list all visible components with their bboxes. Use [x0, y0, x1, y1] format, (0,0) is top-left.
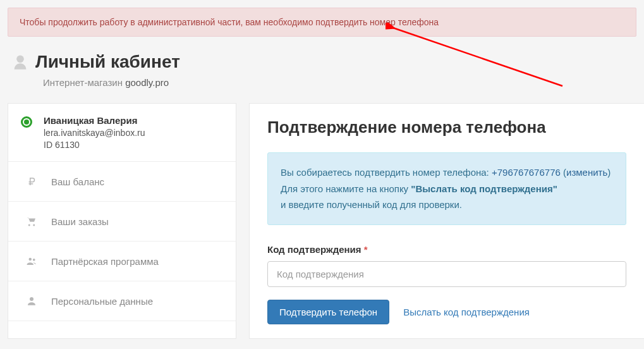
user-id: ID 61130	[44, 140, 145, 150]
users-icon	[26, 255, 37, 267]
sidebar-item-affiliate[interactable]: Партнёрская программа	[8, 242, 236, 281]
sidebar-item-label: Ваши заказы	[51, 216, 109, 227]
svg-point-0	[16, 56, 24, 63]
alert-text: Чтобы продолжить работу в административн…	[20, 17, 439, 27]
cart-icon	[26, 216, 37, 227]
store-domain: goodly.pro	[125, 77, 169, 88]
ruble-icon	[26, 176, 37, 187]
user-name: Иваницкая Валерия	[44, 115, 145, 126]
user-email: lera.ivanitskaya@inbox.ru	[44, 128, 145, 138]
svg-point-2	[33, 259, 35, 261]
info-box: Вы собираетесь подтвердить номер телефон…	[267, 152, 626, 225]
sidebar-item-label: Партнёрская программа	[51, 256, 159, 267]
required-mark: *	[364, 244, 368, 255]
resend-code-link[interactable]: Выслать код подтверждения	[403, 307, 530, 317]
sidebar-item-orders[interactable]: Ваши заказы	[8, 202, 236, 242]
code-label: Код подтверждения *	[267, 244, 626, 255]
info-bold-instruction: "Выслать код подтверждения"	[411, 183, 557, 194]
user-icon	[26, 295, 37, 307]
main-title: Подтверждение номера телефона	[267, 118, 626, 137]
avatar-placeholder-icon	[11, 53, 29, 71]
online-status-icon	[21, 116, 32, 128]
sidebar-item-balance[interactable]: Ваш баланс	[8, 162, 236, 202]
sidebar: Иваницкая Валерия lera.ivanitskaya@inbox…	[8, 103, 236, 339]
svg-point-1	[29, 258, 32, 261]
confirmation-code-input[interactable]	[267, 261, 626, 287]
change-phone-link[interactable]: изменить	[566, 167, 607, 178]
sidebar-item-personal[interactable]: Персональные данные	[8, 281, 236, 321]
phone-number: +796767676776	[492, 167, 561, 178]
alert-banner: Чтобы продолжить работу в административн…	[8, 8, 636, 37]
sidebar-item-label: Ваш баланс	[51, 176, 104, 187]
svg-point-3	[30, 297, 33, 301]
confirm-phone-button[interactable]: Подтвердить телефон	[267, 300, 389, 324]
main-panel: Подтверждение номера телефона Вы собирае…	[249, 103, 644, 339]
page-header: Личный кабинет Интернет-магазин goodly.p…	[0, 37, 644, 94]
user-block: Иваницкая Валерия lera.ivanitskaya@inbox…	[8, 104, 236, 162]
sidebar-item-label: Персональные данные	[51, 296, 153, 307]
page-title: Личный кабинет	[35, 52, 180, 72]
page-subtitle: Интернет-магазин goodly.pro	[43, 77, 180, 88]
